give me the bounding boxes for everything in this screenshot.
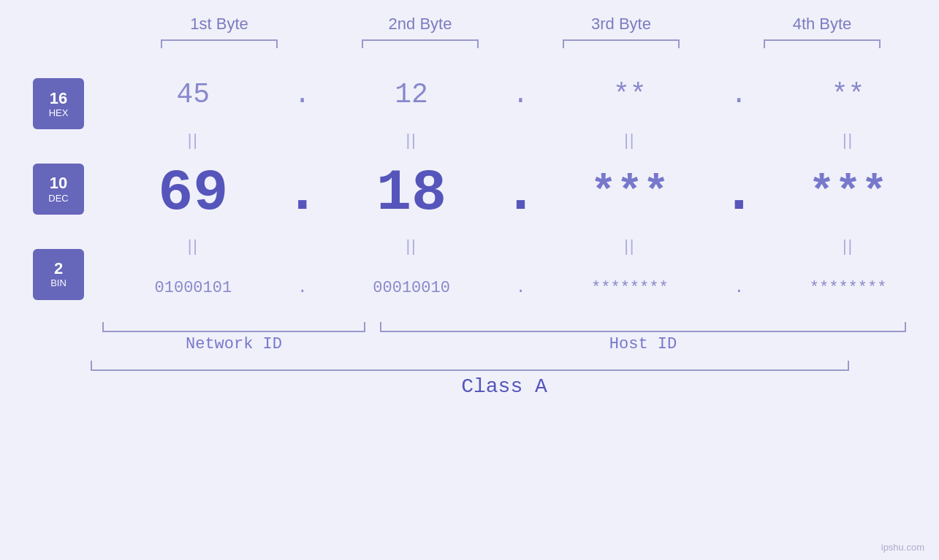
dec-b4-cell: *** [757, 168, 939, 218]
host-bracket [380, 322, 906, 332]
byte4-header: 4th Byte [722, 15, 923, 39]
dec-row: 69 . 18 . *** . *** [102, 153, 939, 233]
dec-b2-value: 18 [376, 160, 446, 226]
eq1-b4: || [843, 131, 854, 150]
hex-badge-label: HEX [49, 107, 69, 118]
byte1-header: 1st Byte [119, 15, 320, 39]
bracket-b3 [521, 39, 722, 54]
bin-dot2: . [503, 279, 539, 297]
bin-b1-value: 01000101 [155, 279, 232, 297]
hex-b3-cell: ** [539, 79, 721, 110]
host-id-label: Host ID [380, 335, 906, 353]
class-label: Class A [102, 375, 906, 398]
hex-dot3: . [721, 79, 757, 110]
main-container: 1st Byte 2nd Byte 3rd Byte 4th Byte 16 H… [0, 0, 939, 560]
dec-b3-value: *** [590, 168, 669, 218]
hex-b4-cell: ** [757, 79, 939, 110]
eq1-b3: || [624, 131, 635, 150]
hex-b4-value: ** [832, 79, 865, 110]
byte2-header: 2nd Byte [320, 15, 521, 39]
bracket-spacer [365, 322, 380, 332]
dec-b3-cell: *** [539, 168, 721, 218]
eq2-b4: || [843, 237, 854, 256]
data-grid: 45 . 12 . ** . ** || || [102, 61, 939, 317]
bottom-brackets [102, 322, 906, 332]
eq2-b2: || [406, 237, 417, 256]
bin-b3-value: ******** [591, 279, 669, 297]
hex-badge-num: 16 [50, 90, 67, 107]
bin-badge: 2 BIN [33, 249, 84, 300]
bin-b2-value: 00010010 [373, 279, 450, 297]
bracket-b2 [320, 39, 521, 54]
hex-dot1: . [284, 79, 321, 110]
byte3-header: 3rd Byte [521, 15, 722, 39]
top-brackets-row [119, 39, 923, 54]
hex-dot2: . [503, 79, 539, 110]
dec-badge: 10 DEC [33, 164, 84, 215]
dec-badge-num: 10 [50, 174, 67, 192]
bottom-area: Network ID Host ID Class A [0, 321, 939, 398]
hex-badge: 16 HEX [33, 78, 84, 129]
eq-row-1: || || || || [102, 127, 939, 153]
bin-badge-label: BIN [50, 277, 66, 288]
network-id-label: Network ID [102, 335, 365, 353]
content-area: 16 HEX 10 DEC 2 BIN 45 . 12 [0, 61, 939, 317]
bin-dot1: . [284, 279, 321, 297]
bin-row: 01000101 . 00010010 . ******** . *******… [102, 258, 939, 317]
dec-dot3: . [721, 160, 757, 226]
eq-row-2: || || || || [102, 233, 939, 258]
bin-b4-value: ******** [810, 279, 887, 297]
dec-dot1: . [284, 160, 321, 226]
hex-b3-value: ** [613, 79, 647, 110]
bracket-b1 [119, 39, 320, 54]
hex-b1-value: 45 [177, 79, 210, 110]
dec-badge-label: DEC [48, 193, 68, 204]
dec-b2-cell: 18 [321, 160, 503, 226]
dec-b1-value: 69 [158, 160, 228, 226]
bin-badge-num: 2 [54, 260, 63, 277]
network-bracket [102, 322, 365, 332]
bin-dot3: . [721, 279, 757, 297]
eq1-b1: || [188, 131, 199, 150]
watermark: ipshu.com [881, 542, 924, 553]
bin-b4-cell: ******** [757, 279, 939, 297]
bin-b1-cell: 01000101 [102, 279, 284, 297]
hex-b1-cell: 45 [102, 79, 284, 110]
bracket-b4 [722, 39, 923, 54]
byte-headers-row: 1st Byte 2nd Byte 3rd Byte 4th Byte [119, 15, 923, 39]
dec-dot2: . [503, 160, 539, 226]
id-labels-row: Network ID Host ID [102, 335, 906, 353]
eq2-b1: || [188, 237, 199, 256]
bin-b3-cell: ******** [539, 279, 721, 297]
hex-row: 45 . 12 . ** . ** [102, 61, 939, 127]
eq2-b3: || [624, 237, 635, 256]
eq1-b2: || [406, 131, 417, 150]
hex-b2-value: 12 [395, 79, 428, 110]
badges-column: 16 HEX 10 DEC 2 BIN [0, 61, 102, 317]
class-bracket [91, 361, 849, 371]
hex-b2-cell: 12 [321, 79, 503, 110]
dec-b4-value: *** [809, 168, 888, 218]
bin-b2-cell: 00010010 [321, 279, 503, 297]
dec-b1-cell: 69 [102, 160, 284, 226]
